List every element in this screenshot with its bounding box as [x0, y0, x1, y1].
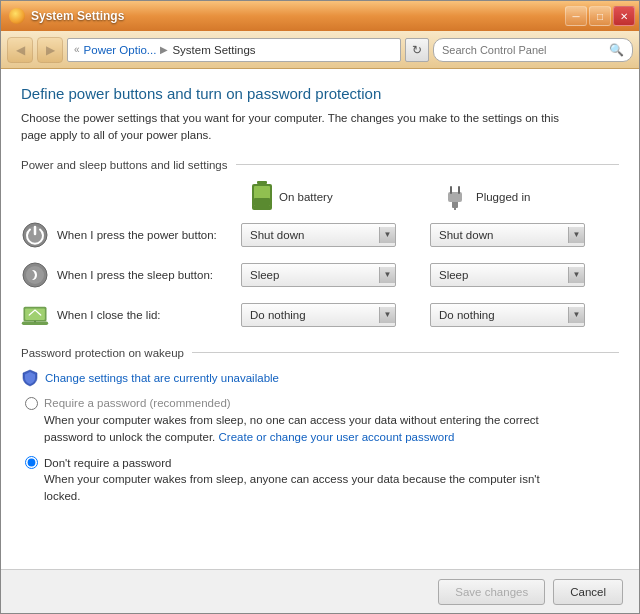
breadcrumb-power-options[interactable]: Power Optio... [84, 44, 157, 56]
forward-button[interactable]: ▶ [37, 37, 63, 63]
svg-rect-3 [254, 198, 270, 206]
title-bar-text: System Settings [31, 9, 124, 23]
settings-table: On battery Plugged in [21, 181, 619, 331]
power-battery-dropdown-wrapper: Shut down ▼ [241, 223, 430, 247]
title-bar-app-icon [9, 8, 25, 24]
toolbar: ◀ ▶ « Power Optio... ▶ System Settings ↻… [1, 31, 639, 69]
change-settings-link[interactable]: Change settings that are currently unava… [45, 372, 279, 384]
col-header-battery: On battery [241, 181, 430, 213]
search-bar: 🔍 [433, 38, 633, 62]
lid-label-container: When I close the lid: [21, 301, 241, 329]
search-icon: 🔍 [609, 43, 624, 57]
page-title: Define power buttons and turn on passwor… [21, 85, 619, 102]
page-description-line1: Choose the power settings that you want … [21, 112, 559, 124]
no-password-item: Don't require a password When your compu… [25, 456, 619, 506]
power-battery-value: Shut down [250, 229, 304, 241]
lid-battery-dropdown[interactable]: Do nothing ▼ [241, 303, 396, 327]
search-input[interactable] [442, 44, 605, 56]
lid-battery-value: Do nothing [250, 309, 306, 321]
lid-plugged-dropdown[interactable]: Do nothing ▼ [430, 303, 585, 327]
power-plugged-dropdown-wrapper: Shut down ▼ [430, 223, 619, 247]
footer: Save changes Cancel [1, 569, 639, 613]
section2-divider: Password protection on wakeup [21, 347, 619, 359]
power-button-row: When I press the power button: Shut down… [21, 219, 619, 251]
lid-row: When I close the lid: Do nothing ▼ Do no… [21, 299, 619, 331]
battery-icon [251, 181, 273, 213]
svg-point-16 [34, 320, 36, 322]
power-battery-arrow: ▼ [379, 227, 395, 243]
section2-line [192, 352, 619, 353]
sleep-battery-dropdown-wrapper: Sleep ▼ [241, 263, 430, 287]
col-plugged-label: Plugged in [476, 191, 530, 203]
svg-rect-7 [458, 186, 460, 194]
power-battery-dropdown[interactable]: Shut down ▼ [241, 223, 396, 247]
empty-header [21, 181, 241, 213]
section1-line [236, 164, 620, 165]
sleep-plugged-arrow: ▼ [568, 267, 584, 283]
page-description: Choose the power settings that you want … [21, 110, 619, 145]
power-plugged-arrow: ▼ [568, 227, 584, 243]
require-password-item: Require a password (recommended) When yo… [25, 397, 619, 447]
refresh-button[interactable]: ↻ [405, 38, 429, 62]
cancel-button[interactable]: Cancel [553, 579, 623, 605]
main-content: Define power buttons and turn on passwor… [1, 69, 639, 569]
require-password-desc-line2: password to unlock the computer. [44, 431, 215, 443]
require-password-desc-line1: When your computer wakes from sleep, no … [44, 414, 539, 426]
svg-rect-6 [450, 186, 452, 194]
back-button[interactable]: ◀ [7, 37, 33, 63]
sleep-plugged-value: Sleep [439, 269, 468, 281]
page-description-line2: page apply to all of your power plans. [21, 129, 212, 141]
lid-label: When I close the lid: [57, 309, 161, 321]
power-plugged-value: Shut down [439, 229, 493, 241]
lid-battery-dropdown-wrapper: Do nothing ▼ [241, 303, 430, 327]
svg-rect-0 [257, 181, 267, 184]
breadcrumb-bar: « Power Optio... ▶ System Settings [67, 38, 401, 62]
sleep-button-label-container: When I press the sleep button: [21, 261, 241, 289]
close-button[interactable]: ✕ [613, 6, 635, 26]
radio-group: Require a password (recommended) When yo… [21, 397, 619, 506]
sleep-button-row: When I press the sleep button: Sleep ▼ S… [21, 259, 619, 291]
password-section: Change settings that are currently unava… [21, 369, 619, 506]
no-password-desc: When your computer wakes from sleep, any… [25, 471, 619, 506]
password-link[interactable]: Create or change your user account passw… [219, 431, 455, 443]
main-window: System Settings ─ □ ✕ ◀ ▶ « Power Optio.… [0, 0, 640, 614]
title-bar-left: System Settings [9, 8, 124, 24]
lid-plugged-arrow: ▼ [568, 307, 584, 323]
title-bar-buttons: ─ □ ✕ [565, 6, 635, 26]
require-password-radio[interactable] [25, 397, 38, 410]
save-button[interactable]: Save changes [438, 579, 545, 605]
lid-battery-arrow: ▼ [379, 307, 395, 323]
col-battery-label: On battery [279, 191, 333, 203]
minimize-button[interactable]: ─ [565, 6, 587, 26]
sleep-plugged-dropdown[interactable]: Sleep ▼ [430, 263, 585, 287]
require-password-desc: When your computer wakes from sleep, no … [25, 412, 619, 447]
settings-header-row: On battery Plugged in [21, 181, 619, 213]
breadcrumb-sep1: « [74, 44, 80, 55]
col-header-plugged: Plugged in [430, 181, 619, 213]
no-password-desc-line2: locked. [44, 490, 80, 502]
lid-icon [21, 301, 49, 329]
power-button-label: When I press the power button: [57, 229, 217, 241]
lid-plugged-dropdown-wrapper: Do nothing ▼ [430, 303, 619, 327]
power-button-label-container: When I press the power button: [21, 221, 241, 249]
sleep-icon [21, 261, 49, 289]
section1-label: Power and sleep buttons and lid settings [21, 159, 228, 171]
sleep-button-label: When I press the sleep button: [57, 269, 213, 281]
section1-divider: Power and sleep buttons and lid settings [21, 159, 619, 171]
sleep-battery-value: Sleep [250, 269, 279, 281]
power-icon [21, 221, 49, 249]
power-plugged-dropdown[interactable]: Shut down ▼ [430, 223, 585, 247]
no-password-radio[interactable] [25, 456, 38, 469]
breadcrumb-sep2: ▶ [160, 44, 168, 55]
no-password-label: Don't require a password [44, 457, 171, 469]
maximize-button[interactable]: □ [589, 6, 611, 26]
sleep-battery-dropdown[interactable]: Sleep ▼ [241, 263, 396, 287]
require-password-row: Require a password (recommended) [25, 397, 619, 410]
no-password-row: Don't require a password [25, 456, 619, 469]
sleep-plugged-dropdown-wrapper: Sleep ▼ [430, 263, 619, 287]
sleep-battery-arrow: ▼ [379, 267, 395, 283]
lid-plugged-value: Do nothing [439, 309, 495, 321]
svg-rect-5 [448, 192, 462, 202]
shield-icon [21, 369, 39, 387]
no-password-desc-line1: When your computer wakes from sleep, any… [44, 473, 540, 485]
